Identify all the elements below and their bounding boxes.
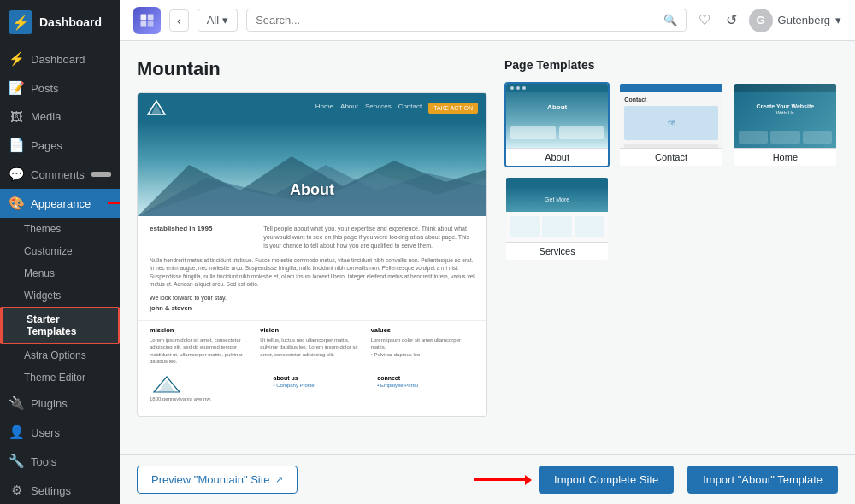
import-complete-button[interactable]: Import Complete Site [539,466,674,494]
home-card-1 [739,131,768,144]
filter-dropdown[interactable]: All ▾ [198,9,238,32]
sidebar-sub-themes[interactable]: Themes [0,218,120,240]
sidebar-sub-menus[interactable]: Menus [0,262,120,284]
sidebar-item-appearance[interactable]: 🎨 Appearance [0,189,120,218]
sidebar-item-label: Appearance [31,197,91,210]
footer-connect-title: connect [377,375,475,381]
sidebar-item-settings[interactable]: ⚙ Settings [0,476,120,504]
chevron-down-icon: ▾ [222,14,228,26]
search-input[interactable] [256,14,663,26]
templates-grid-row1: About [504,82,838,167]
svg-rect-3 [148,21,154,26]
footer-address: 1800 pennsylvania ave nw, [150,396,267,401]
empty-slot-1 [618,176,723,253]
content-left: established in 1995 [150,225,255,249]
search-icon: 🔍 [663,14,677,26]
nav-about-link: About [340,103,358,114]
sidebar-item-media[interactable]: 🖼 Media [0,103,120,131]
bottombar: Preview "Mountain" Site ↗ Import Complet… [120,454,855,504]
svg-rect-0 [141,14,147,20]
about-col-1 [510,126,556,139]
content-area: Mountain Home About Services Contact [120,41,855,504]
vision-col: vision Ut tellus, luctus nec ullamcorper… [260,326,363,366]
about-card-label: About [506,148,608,166]
preview-content: established in 1995 Tell people about wh… [138,216,486,320]
sidebar-sub-theme-editor[interactable]: Theme Editor [0,366,120,389]
sidebar-item-dashboard[interactable]: ⚡ Dashboard [0,44,120,73]
refresh-button[interactable]: ↺ [722,9,740,32]
home-mini-preview: Create Your WebsiteWith Us [734,84,836,148]
template-card-contact[interactable]: Contact 🗺 [618,82,723,167]
dashboard-nav-icon: ⚡ [9,51,24,67]
sidebar-logo[interactable]: ⚡ Dashboard [0,0,120,44]
contact-card-label: Contact [620,148,722,166]
content-right: Tell people about what you, your experti… [263,225,475,249]
sidebar-sub-astra-options[interactable]: Astra Options [0,344,120,366]
sidebar-item-users[interactable]: 👤 Users [0,418,120,447]
home-cards [734,126,836,148]
main-area: ‹ All ▾ 🔍 ♡ ↺ G Gutenberg ▾ Mountain [120,0,855,504]
sidebar-sub-customize[interactable]: Customize [0,240,120,262]
import-template-button[interactable]: Import "About" Template [687,466,838,494]
service-card-2 [542,216,571,237]
page-templates-section: Page Templates [504,58,838,446]
service-card-1 [510,216,540,237]
contact-nav [620,84,722,92]
template-card-about[interactable]: About [504,82,610,167]
established-label: established in 1995 [150,225,255,232]
comments-icon: 💬 [9,167,24,182]
home-nav [734,84,836,92]
lorem-text: Nulla hendrerit metus at tincidunt trist… [150,256,475,287]
sidebar-item-tools[interactable]: 🔧 Tools [0,447,120,476]
comments-count-bar [91,172,111,177]
services-cards [506,212,608,242]
values-text: Lorem ipsum dolor sit amet ullamcorper m… [371,337,475,358]
services-hero-text: Get More [545,196,569,202]
home-template-img: Create Your WebsiteWith Us [734,84,836,148]
about-lines [506,144,608,148]
back-button[interactable]: ‹ [169,9,189,32]
sidebar: ⚡ Dashboard ⚡ Dashboard 📝 Posts 🖼 Media … [0,0,120,504]
mission-col: mission Lorem ipsum dolor sit amet, cons… [150,326,253,366]
nav-dot-1 [510,86,514,90]
services-template-img: Get More [506,178,608,242]
user-menu[interactable]: G Gutenberg ▾ [749,9,841,32]
svg-rect-2 [141,21,147,26]
map-placeholder: 🗺 [624,106,717,140]
sidebar-item-plugins[interactable]: 🔌 Plugins [0,389,120,418]
footer-employee-link: • Employee Portal [377,383,475,388]
vision-text: Ut tellus, luctus nec ullamcorper mattis… [260,337,363,358]
services-mini-preview: Get More [506,178,608,242]
sidebar-item-comments[interactable]: 💬 Comments [0,160,120,189]
media-icon: 🖼 [9,109,24,124]
vision-title: vision [260,326,363,334]
template-card-home[interactable]: Create Your WebsiteWith Us Home [733,82,838,167]
sidebar-item-label: Comments [31,168,85,181]
empty-slot-2 [733,176,838,253]
services-hero: Get More [506,186,608,212]
template-card-services[interactable]: Get More Services [504,176,610,261]
nav-dot-3 [522,86,526,90]
nav-cta-btn: TAKE ACTION [428,103,478,114]
nav-contact-link: Contact [398,103,422,114]
sidebar-item-pages[interactable]: 📄 Pages [0,131,120,160]
content-inner: Mountain Home About Services Contact [120,41,855,454]
preview-site-button[interactable]: Preview "Mountain" Site ↗ [137,466,298,494]
footer-connect-col: connect • Employee Portal [377,375,475,401]
sidebar-item-label: Posts [31,82,59,95]
mission-vision-values: mission Lorem ipsum dolor sit amet, cons… [138,320,486,371]
sidebar-sub-widgets[interactable]: Widgets [0,284,120,307]
template-preview-section: Mountain Home About Services Contact [137,58,487,446]
values-title: values [371,326,475,334]
sidebar-sub-starter-templates[interactable]: Starter Templates [0,307,120,344]
favorites-button[interactable]: ♡ [695,9,714,32]
svg-rect-1 [148,14,154,20]
settings-icon: ⚙ [9,483,24,498]
nav-services-link: Services [365,103,392,114]
arrow-indicator [474,478,525,481]
about-content-cols [506,122,608,144]
hero-text: About [290,181,334,199]
page-templates-label: Page Templates [504,58,838,72]
footer-about-title: about us [274,375,371,381]
sidebar-item-posts[interactable]: 📝 Posts [0,73,120,103]
